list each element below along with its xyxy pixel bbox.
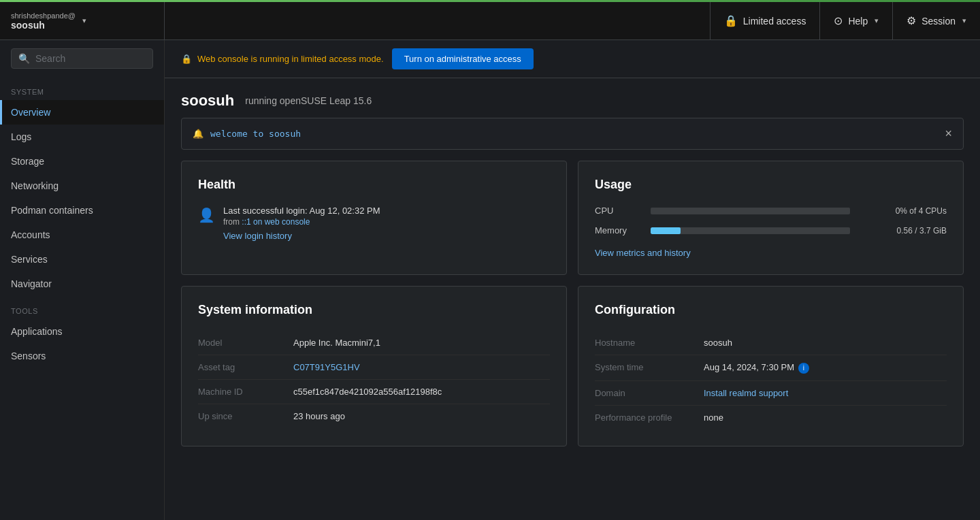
- config-row: Performance profilenone: [595, 405, 947, 429]
- config-label: Performance profile: [595, 405, 704, 429]
- user-menu[interactable]: shrishdeshpande@ soosuh ▾: [0, 2, 165, 39]
- sidebar-item-services[interactable]: Services: [0, 247, 164, 272]
- config-value: Aug 14, 2024, 7:30 PMi: [704, 355, 947, 381]
- warning-bar: 🔒 Web console is running in limited acce…: [165, 40, 980, 78]
- memory-bar-fill: [651, 227, 681, 234]
- system-section-label: System: [0, 77, 164, 100]
- limited-access-button[interactable]: 🔒 Limited access: [710, 2, 820, 39]
- memory-bar-background: [651, 227, 850, 234]
- warning-lock-icon: 🔒: [181, 54, 192, 64]
- warning-message: Web console is running in limited access…: [197, 54, 384, 64]
- sidebar-item-accounts[interactable]: Accounts: [0, 223, 164, 247]
- user-avatar-icon: 👤: [198, 207, 215, 223]
- sidebar-item-networking-label: Networking: [11, 180, 59, 191]
- user-name: soosuh: [11, 20, 76, 31]
- login-from-link-text: ::1 on web console: [242, 217, 310, 227]
- sidebar-item-services-label: Services: [11, 254, 48, 265]
- sidebar-item-logs[interactable]: Logs: [0, 125, 164, 149]
- user-chevron-icon: ▾: [82, 16, 86, 25]
- config-row: Hostnamesoosuh: [595, 331, 947, 355]
- system-info-value[interactable]: C07T91Y5G1HV: [293, 355, 550, 380]
- cpu-value: 0% of 4 CPUs: [858, 206, 947, 216]
- topbar: shrishdeshpande@ soosuh ▾ 🔒 Limited acce…: [0, 2, 980, 40]
- login-from: from ::1 on web console: [223, 217, 380, 227]
- topbar-actions: 🔒 Limited access ⊙ Help ▾ ⚙ Session ▾: [710, 2, 980, 39]
- main-content: 🔒 Web console is running in limited acce…: [165, 40, 980, 520]
- lock-icon: 🔒: [724, 14, 738, 27]
- view-metrics-link[interactable]: View metrics and history: [595, 248, 691, 258]
- sidebar-item-navigator[interactable]: Navigator: [0, 272, 164, 296]
- memory-value: 0.56 / 3.7 GiB: [858, 226, 947, 235]
- sidebar-item-applications[interactable]: Applications: [0, 319, 164, 344]
- configuration-title: Configuration: [595, 303, 947, 317]
- config-value[interactable]: Install realmd support: [704, 380, 947, 405]
- sidebar-item-sensors[interactable]: Sensors: [0, 344, 164, 368]
- config-label: System time: [595, 355, 704, 381]
- sidebar-item-podman[interactable]: Podman containers: [0, 198, 164, 223]
- sidebar: 🔍 System Overview Logs Storage Networkin…: [0, 40, 165, 520]
- cpu-row: CPU 0% of 4 CPUs: [595, 206, 947, 216]
- system-info-row: ModelApple Inc. Macmini7,1: [198, 331, 550, 355]
- system-info-title: System information: [198, 303, 550, 317]
- system-info-table: ModelApple Inc. Macmini7,1Asset tagC07T9…: [198, 331, 550, 428]
- cpu-bar-background: [651, 208, 850, 214]
- bell-icon: 🔔: [193, 129, 203, 139]
- memory-label: Memory: [595, 225, 642, 235]
- search-box[interactable]: 🔍: [11, 48, 153, 69]
- user-email: shrishdeshpande@: [11, 12, 76, 20]
- motd-content: welcome to soosuh: [210, 129, 301, 139]
- tools-section-label: Tools: [0, 296, 164, 319]
- sidebar-item-storage[interactable]: Storage: [0, 149, 164, 174]
- search-input[interactable]: [35, 53, 146, 64]
- config-label: Domain: [595, 380, 704, 405]
- system-info-label: Asset tag: [198, 355, 293, 380]
- system-info-row: Machine IDc55ef1c847de421092a556af12198f…: [198, 380, 550, 404]
- sidebar-item-storage-label: Storage: [11, 156, 44, 167]
- sidebar-search-container: 🔍: [0, 40, 164, 77]
- config-value: soosuh: [704, 331, 947, 355]
- system-info-row: Up since23 hours ago: [198, 404, 550, 429]
- configuration-card: Configuration HostnamesoosuhSystem timeA…: [578, 286, 964, 446]
- login-label: Last successful login: Aug 12, 02:32 PM: [223, 206, 380, 216]
- sidebar-item-accounts-label: Accounts: [11, 229, 50, 240]
- config-table: HostnamesoosuhSystem timeAug 14, 2024, 7…: [595, 331, 947, 429]
- config-row: DomainInstall realmd support: [595, 380, 947, 405]
- sidebar-item-overview-label: Overview: [11, 107, 50, 118]
- motd-text: 🔔 welcome to soosuh: [193, 129, 301, 139]
- gear-icon: ⚙: [906, 14, 916, 27]
- system-info-label: Machine ID: [198, 380, 293, 404]
- sidebar-item-podman-label: Podman containers: [11, 205, 93, 216]
- system-info-value: c55ef1c847de421092a556af12198f8c: [293, 380, 550, 404]
- layout: 🔍 System Overview Logs Storage Networkin…: [0, 40, 980, 520]
- session-button[interactable]: ⚙ Session ▾: [892, 2, 980, 39]
- session-chevron-icon: ▾: [962, 16, 966, 25]
- motd-close-button[interactable]: ×: [945, 127, 952, 141]
- user-info: shrishdeshpande@ soosuh: [11, 12, 76, 31]
- help-chevron-icon: ▾: [875, 16, 879, 25]
- login-details: Last successful login: Aug 12, 02:32 PM …: [223, 206, 380, 241]
- sidebar-item-applications-label: Applications: [11, 326, 63, 337]
- system-info-label: Model: [198, 331, 293, 355]
- health-title: Health: [198, 178, 550, 192]
- motd-banner: 🔔 welcome to soosuh ×: [181, 118, 964, 150]
- sidebar-item-networking[interactable]: Networking: [0, 174, 164, 198]
- cpu-label: CPU: [595, 206, 642, 216]
- page-subtitle: running openSUSE Leap 15.6: [245, 95, 372, 106]
- help-button[interactable]: ⊙ Help ▾: [819, 2, 892, 39]
- login-from-text: from: [223, 217, 242, 227]
- limited-access-label: Limited access: [743, 16, 806, 27]
- health-card: Health 👤 Last successful login: Aug 12, …: [181, 161, 567, 275]
- sidebar-item-overview[interactable]: Overview: [0, 100, 164, 125]
- system-info-value: 23 hours ago: [293, 404, 550, 429]
- system-info-label: Up since: [198, 404, 293, 429]
- help-label: Help: [848, 16, 868, 27]
- login-from-link[interactable]: ::1 on web console: [242, 217, 310, 227]
- view-login-history-link[interactable]: View login history: [223, 231, 380, 241]
- sidebar-item-logs-label: Logs: [11, 131, 31, 142]
- warning-text: 🔒 Web console is running in limited acce…: [181, 54, 384, 64]
- health-login: 👤 Last successful login: Aug 12, 02:32 P…: [198, 206, 550, 241]
- system-info-row: Asset tagC07T91Y5G1HV: [198, 355, 550, 380]
- system-info-value: Apple Inc. Macmini7,1: [293, 331, 550, 355]
- turn-on-admin-button[interactable]: Turn on administrative access: [392, 48, 534, 69]
- info-icon[interactable]: i: [798, 363, 809, 374]
